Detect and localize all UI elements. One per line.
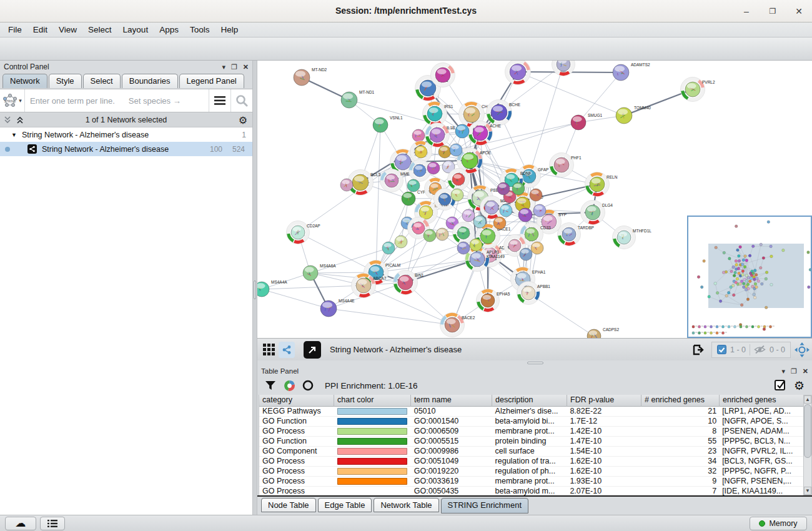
- network-node[interactable]: [410, 141, 432, 163]
- network-node[interactable]: [450, 144, 462, 156]
- draw-charts-button[interactable]: [280, 380, 299, 392]
- table-row[interactable]: GO ProcessGO:0050435beta-amyloid m...2.0…: [259, 487, 803, 495]
- table-row[interactable]: GO ProcessGO:0019220regulation of ph...1…: [259, 467, 803, 477]
- network-node[interactable]: [512, 182, 525, 195]
- network-node[interactable]: BIN1: [394, 270, 424, 295]
- table-row[interactable]: GO ProcessGO:0051049regulation of tra...…: [259, 457, 803, 467]
- network-node[interactable]: CADPS2: [587, 327, 619, 338]
- menu-apps[interactable]: Apps: [154, 22, 184, 37]
- share-network-button[interactable]: [279, 342, 295, 358]
- network-node[interactable]: APBB1: [517, 282, 551, 305]
- table-scrollbar[interactable]: ▲ ▼: [803, 395, 812, 495]
- menu-help[interactable]: Help: [215, 22, 244, 37]
- panel-splitter-vertical[interactable]: [252, 61, 257, 515]
- table-settings-gear-icon[interactable]: ⚙: [794, 379, 805, 393]
- panel-splitter-horizontal[interactable]: [257, 360, 812, 365]
- network-row[interactable]: String Network - Alzheimer's disease 100…: [0, 142, 252, 156]
- network-node[interactable]: CD2AP: [287, 221, 320, 244]
- network-node[interactable]: [500, 204, 512, 217]
- panel-close-icon[interactable]: ✕: [243, 62, 249, 71]
- open-in-browser-button[interactable]: [304, 341, 321, 359]
- network-node[interactable]: [531, 242, 543, 254]
- tab-boundaries[interactable]: Boundaries: [122, 74, 178, 88]
- table-row[interactable]: GO ProcessGO:0006509membrane prot...1.42…: [259, 427, 803, 437]
- column-header--enriched-genes[interactable]: # enriched genes: [641, 395, 720, 407]
- tab-edge-table[interactable]: Edge Table: [318, 498, 372, 512]
- menu-view[interactable]: View: [53, 22, 82, 37]
- string-search-button[interactable]: [231, 94, 252, 107]
- network-node[interactable]: MS4A4E: [320, 299, 355, 317]
- network-node[interactable]: [409, 160, 431, 182]
- table-panel-float-icon[interactable]: ❐: [791, 367, 797, 375]
- table-row[interactable]: GO FunctionGO:0005515protein binding1.47…: [259, 437, 803, 447]
- network-node[interactable]: TARDBP: [558, 223, 594, 246]
- network-node[interactable]: [412, 129, 425, 142]
- network-node[interactable]: [473, 216, 486, 228]
- network-node[interactable]: EPHA5: [477, 289, 510, 312]
- network-node[interactable]: [340, 179, 353, 191]
- network-node[interactable]: [395, 236, 407, 248]
- network-node[interactable]: SMUG1: [571, 113, 603, 130]
- network-node[interactable]: VSNL1: [373, 116, 403, 132]
- network-node[interactable]: [448, 169, 470, 191]
- network-node[interactable]: [505, 61, 531, 85]
- table-row[interactable]: GO ProcessGO:0033619membrane prot...1.93…: [259, 477, 803, 487]
- tab-network[interactable]: Network: [2, 74, 47, 88]
- network-node[interactable]: TOMM40: [616, 106, 651, 124]
- pan-navigator-icon[interactable]: [795, 342, 810, 357]
- scroll-up-arrow[interactable]: ▲: [804, 395, 811, 404]
- network-node[interactable]: ADAMTS2: [613, 62, 650, 81]
- scroll-down-arrow[interactable]: ▼: [804, 487, 811, 495]
- network-node[interactable]: MTHFD1L: [613, 226, 652, 249]
- network-node[interactable]: [423, 229, 436, 242]
- menu-select[interactable]: Select: [82, 22, 117, 37]
- close-button[interactable]: ✕: [792, 4, 806, 18]
- export-network-button[interactable]: [689, 341, 708, 359]
- table-row[interactable]: GO FunctionGO:0001540beta-amyloid bi...1…: [259, 417, 803, 427]
- tab-select[interactable]: Select: [83, 74, 121, 88]
- tree-expand-icon[interactable]: ▼: [11, 132, 17, 138]
- column-header-category[interactable]: category: [259, 395, 334, 407]
- network-node[interactable]: [427, 162, 440, 174]
- network-node[interactable]: [520, 248, 532, 261]
- menu-file[interactable]: File: [2, 22, 27, 37]
- network-node[interactable]: BACE2: [440, 313, 475, 337]
- menu-tools[interactable]: Tools: [184, 22, 215, 37]
- maximize-button[interactable]: ❐: [766, 4, 780, 18]
- network-node[interactable]: [530, 189, 542, 201]
- selected-nodes-checkbox-icon[interactable]: [717, 345, 726, 354]
- network-node[interactable]: [470, 239, 482, 251]
- network-options-gear-icon[interactable]: ⚙: [239, 114, 247, 126]
- column-header-term-name[interactable]: term name: [411, 395, 492, 407]
- network-node[interactable]: [382, 242, 395, 254]
- species-hint[interactable]: Set species →: [129, 96, 181, 106]
- string-query-placeholder[interactable]: Enter one term per line.: [30, 96, 115, 106]
- menu-edit[interactable]: Edit: [27, 22, 53, 37]
- hidden-nodes-eye-icon[interactable]: [754, 345, 766, 354]
- minimize-button[interactable]: –: [740, 4, 753, 18]
- network-node[interactable]: [493, 217, 506, 229]
- network-node[interactable]: [407, 179, 420, 192]
- network-node[interactable]: MT-ND2: [294, 67, 327, 86]
- grid-view-button[interactable]: [260, 341, 279, 359]
- network-node[interactable]: ABCA7: [352, 274, 387, 298]
- table-panel-close-icon[interactable]: ✕: [803, 367, 808, 375]
- network-canvas[interactable]: MT-ND2MT-ND1VSNL1GAB2ADAMTS2PVRL2TOMM40S…: [257, 61, 812, 338]
- network-node[interactable]: [533, 204, 546, 217]
- network-node[interactable]: [552, 61, 575, 76]
- menu-layout[interactable]: Layout: [117, 22, 154, 37]
- reset-charts-button[interactable]: [299, 380, 317, 391]
- table-row[interactable]: KEGG Pathways05010Alzheimer's dise...8.8…: [259, 407, 803, 417]
- network-node[interactable]: ACHE: [468, 121, 502, 146]
- network-collection-row[interactable]: ▼ String Network - Alzheimer's disease 1: [0, 127, 252, 142]
- tab-legend-panel[interactable]: Legend Panel: [179, 74, 244, 88]
- network-node[interactable]: PVRL2: [681, 77, 715, 102]
- network-node[interactable]: [497, 182, 510, 195]
- column-header-enriched-genes[interactable]: enriched genes: [720, 395, 803, 407]
- network-node[interactable]: DLG4: [581, 201, 613, 225]
- task-history-button[interactable]: [40, 517, 65, 530]
- tab-node-table[interactable]: Node Table: [261, 498, 316, 512]
- network-node[interactable]: [436, 228, 448, 241]
- tab-network-table[interactable]: Network Table: [374, 498, 438, 512]
- tab-style[interactable]: Style: [49, 74, 82, 88]
